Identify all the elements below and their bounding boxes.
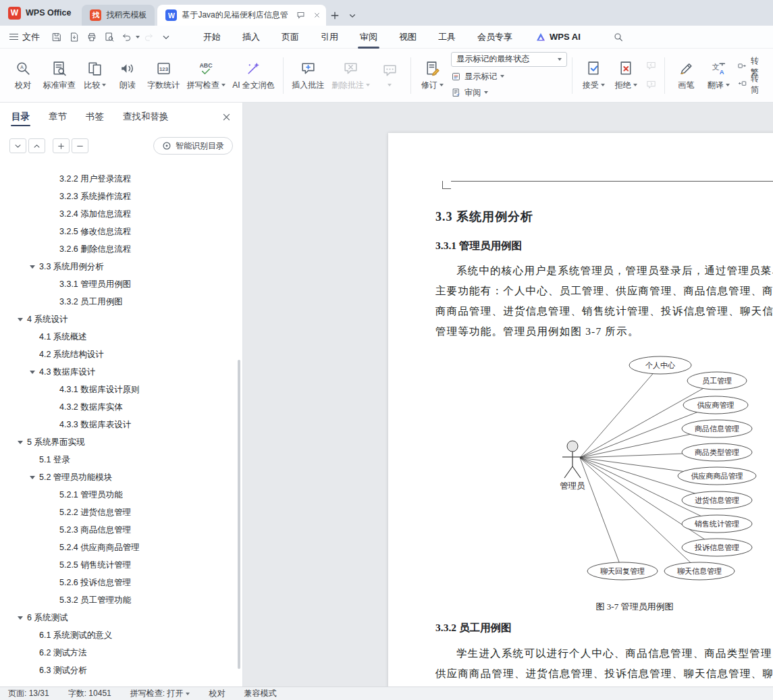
standard-review-button[interactable]: 标准审查	[39, 58, 79, 93]
toc-item[interactable]: 5.2.6 投诉信息管理	[0, 574, 236, 591]
to-simplified-button[interactable]: 转简	[737, 78, 766, 90]
toc-expand-caret-icon[interactable]	[30, 263, 39, 271]
redo-button[interactable]	[140, 29, 157, 45]
toc-expand-caret-icon[interactable]	[18, 438, 27, 447]
wps-home-button[interactable]: W WPS Office	[0, 0, 82, 26]
close-pane-icon[interactable]	[221, 111, 232, 122]
spell-check-button[interactable]: ABC 拼写检查	[183, 58, 228, 93]
toc-item[interactable]: 6 系统测试	[0, 609, 236, 626]
tab-reference[interactable]: 引用	[310, 26, 349, 49]
markup-state-combobox[interactable]: 显示标记的最终状态	[451, 52, 567, 67]
toc-item[interactable]: 3.3 系统用例分析	[0, 258, 236, 275]
track-changes-button[interactable]: 修订	[416, 58, 448, 93]
toc-item[interactable]: 6.3 测试分析	[0, 662, 236, 679]
sidebar-scrollbar[interactable]	[238, 360, 240, 669]
review-pane-button[interactable]: 审阅	[451, 86, 567, 99]
word-count-button[interactable]: 123 字数统计	[144, 58, 184, 93]
proofread-indicator[interactable]: 校对	[209, 688, 225, 699]
undo-button[interactable]	[119, 29, 135, 45]
toc-item[interactable]: 4.3.3 数据库表设计	[0, 416, 236, 433]
tab-view[interactable]: 视图	[388, 26, 427, 49]
tab-home[interactable]: 开始	[192, 26, 232, 49]
toc-item[interactable]: 3.3.2 员工用例图	[0, 293, 236, 311]
toc-item[interactable]: 4.1 系统概述	[0, 328, 236, 346]
zoom-out-outline-button[interactable]	[72, 138, 88, 153]
ai-polish-button[interactable]: AI 全文润色	[229, 58, 278, 93]
smart-toc-button[interactable]: 智能识别目录	[153, 137, 233, 155]
toc-item[interactable]: 5.2.1 管理员功能	[0, 486, 236, 504]
print-preview-button[interactable]	[101, 29, 117, 45]
toc-item[interactable]: 3.2.4 添加信息流程	[0, 205, 236, 223]
collapse-all-button[interactable]	[9, 138, 26, 153]
toc-item[interactable]: 3.2.3 系统操作流程	[0, 188, 236, 205]
word-count-indicator[interactable]: 字数: 10451	[68, 688, 111, 699]
toc-item[interactable]: 5.2.3 商品信息管理	[0, 521, 236, 539]
toc-expand-caret-icon[interactable]	[18, 614, 27, 622]
toc-item[interactable]: 4.3 数据库设计	[0, 363, 236, 381]
reject-change-button[interactable]: 拒绝	[610, 58, 642, 93]
undo-dropdown-icon[interactable]	[136, 36, 140, 41]
save-button[interactable]	[49, 29, 65, 45]
zoom-in-outline-button[interactable]	[53, 138, 70, 153]
expand-all-button[interactable]	[28, 138, 45, 153]
wps-ai-button[interactable]: WPS AI	[535, 32, 581, 43]
search-button[interactable]	[613, 32, 624, 43]
show-markup-button[interactable]: 显示标记	[451, 70, 567, 83]
toc-item[interactable]: 5.2.5 销售统计管理	[0, 556, 236, 574]
previous-change-button[interactable]	[643, 59, 658, 74]
file-menu-button[interactable]: 文件	[0, 26, 48, 49]
toc-item[interactable]: 3.3.1 管理员用例图	[0, 275, 236, 293]
comment-count-icon[interactable]	[296, 11, 305, 20]
to-traditional-button[interactable]: 转繁	[737, 60, 766, 73]
toc-item[interactable]: 4 系统设计	[0, 311, 236, 328]
compare-button[interactable]: 比较	[79, 58, 111, 93]
new-tab-button[interactable]	[326, 5, 344, 26]
toc-item[interactable]: 6.2 测试方法	[0, 644, 236, 662]
document-page[interactable]: 3.3 系统用例分析 3.3.1 管理员用例图 系统中的核心用户是系统管理员，管…	[388, 133, 773, 686]
tab-page[interactable]: 页面	[271, 26, 310, 49]
comment-options-button[interactable]	[373, 60, 406, 90]
read-aloud-button[interactable]: 朗读	[111, 58, 144, 93]
delete-comment-button[interactable]: 删除批注	[328, 58, 373, 93]
section-heading-3-3-2: 3.3.2 员工用例图	[435, 621, 511, 635]
print-button[interactable]	[84, 29, 100, 45]
toc-item[interactable]: 5.2 管理员功能模块	[0, 468, 236, 486]
toc-item[interactable]: 3.2.6 删除信息流程	[0, 240, 236, 258]
toc-item[interactable]: 5.2.2 进货信息管理	[0, 504, 236, 521]
page-indicator[interactable]: 页面: 13/31	[8, 688, 49, 699]
tab-review[interactable]: 审阅	[349, 26, 388, 49]
ink-button[interactable]: 画笔	[670, 58, 702, 93]
toc-expand-caret-icon[interactable]	[18, 315, 27, 324]
tab-chapters[interactable]: 章节	[48, 103, 68, 130]
insert-comment-button[interactable]: 插入批注	[288, 58, 328, 93]
next-change-button[interactable]	[643, 78, 658, 92]
export-pdf-button[interactable]	[66, 29, 82, 45]
customize-toolbar-button[interactable]	[158, 29, 174, 45]
tab-list-button[interactable]	[344, 5, 361, 26]
tab-member[interactable]: 会员专享	[467, 26, 523, 49]
tab-insert[interactable]: 插入	[232, 26, 271, 49]
spell-check-indicator[interactable]: 拼写检查: 打开	[130, 688, 190, 699]
tab-bookmarks[interactable]: 书签	[85, 103, 105, 130]
docer-template-tab[interactable]: 找 找稻壳模板	[82, 5, 155, 26]
toc-item[interactable]: 3.2.5 修改信息流程	[0, 223, 236, 240]
accept-change-button[interactable]: 接受	[577, 58, 610, 93]
toc-expand-caret-icon[interactable]	[30, 368, 39, 377]
tab-contents[interactable]: 目录	[11, 103, 30, 130]
toc-item[interactable]: 5 系统界面实现	[0, 433, 236, 451]
toc-item[interactable]: 5.1 登录	[0, 451, 236, 468]
tab-find-replace[interactable]: 查找和替换	[122, 103, 169, 130]
toc-item[interactable]: 5.3.2 员工管理功能	[0, 591, 236, 609]
close-tab-icon[interactable]	[313, 11, 321, 19]
toc-expand-caret-icon[interactable]	[30, 473, 39, 482]
proofread-button[interactable]: A 校对	[7, 58, 39, 93]
translate-button[interactable]: 文A 翻译	[702, 58, 735, 93]
toc-item[interactable]: 4.3.1 数据库设计原则	[0, 381, 236, 398]
document-tab[interactable]: W 基于Java的见福便利店信息管	[157, 5, 325, 26]
toc-item[interactable]: 3.2.2 用户登录流程	[0, 170, 236, 188]
tab-tools[interactable]: 工具	[427, 26, 467, 49]
toc-item[interactable]: 4.2 系统结构设计	[0, 346, 236, 363]
toc-item[interactable]: 5.2.4 供应商商品管理	[0, 539, 236, 556]
toc-item[interactable]: 6.1 系统测试的意义	[0, 626, 236, 644]
toc-item[interactable]: 4.3.2 数据库实体	[0, 398, 236, 416]
